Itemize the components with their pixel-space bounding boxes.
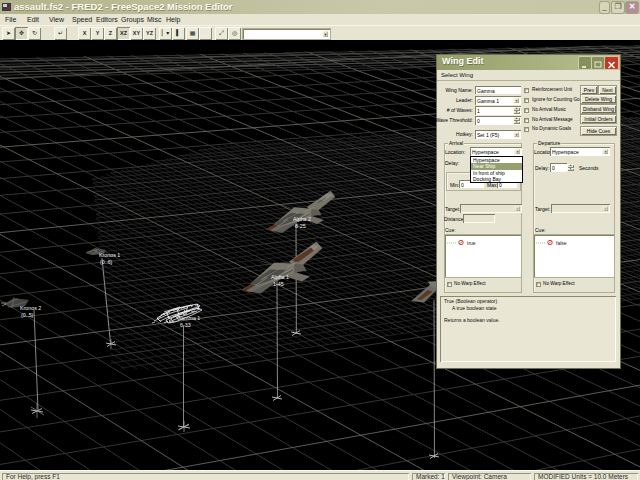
svg-text:Gamma 1: Gamma 1 xyxy=(177,315,200,321)
svg-text:8-25: 8-25 xyxy=(295,223,306,229)
svg-text:false: false xyxy=(556,240,567,246)
svg-text:(0..6): (0..6) xyxy=(100,259,113,265)
svg-text:true: true xyxy=(467,240,476,246)
svg-text:(0..5): (0..5) xyxy=(21,312,34,318)
svg-text:6-33: 6-33 xyxy=(180,322,191,328)
svg-text:Alpha 2: Alpha 2 xyxy=(293,216,311,222)
svg-text:Kronos 2: Kronos 2 xyxy=(20,305,41,311)
svg-text:Alpha 1: Alpha 1 xyxy=(271,274,289,280)
svg-text:Kronos 1: Kronos 1 xyxy=(99,252,120,258)
svg-text:1-45: 1-45 xyxy=(273,281,284,287)
